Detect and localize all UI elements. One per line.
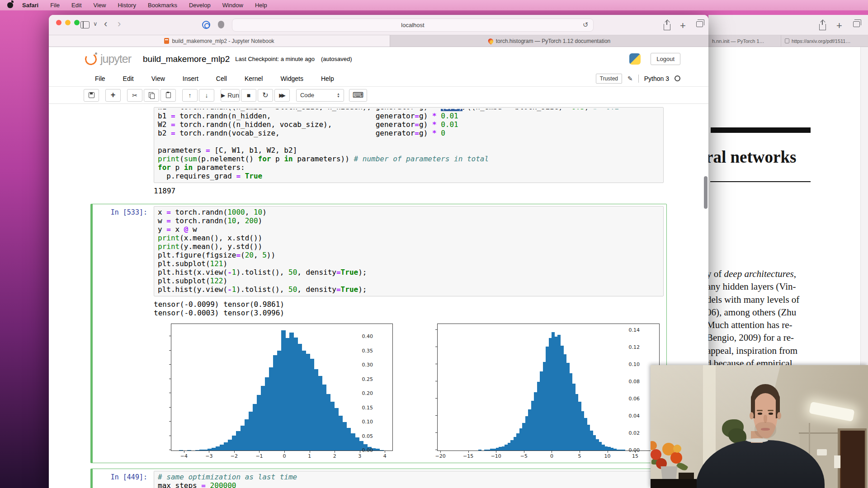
- histogram-bar: [285, 338, 289, 450]
- reload-icon[interactable]: ↻: [583, 21, 589, 29]
- tab-label: build_makemore_mlp2 - Jupyter Notebook: [172, 38, 274, 44]
- forward-button[interactable]: ›: [118, 19, 121, 28]
- histogram-bar: [224, 442, 228, 450]
- histogram-bar: [241, 426, 245, 450]
- histogram-bar: [265, 377, 269, 450]
- x-tick-label: −5: [520, 453, 528, 459]
- command-palette-button[interactable]: ⌨: [349, 89, 367, 102]
- apple-logo-icon[interactable]: [7, 2, 13, 8]
- flower: [673, 445, 681, 453]
- tab-pytorch-init[interactable]: h.nn.init — PyTorch 1…: [708, 35, 781, 47]
- jmenu-edit[interactable]: Edit: [123, 75, 134, 82]
- close-window-button[interactable]: [56, 20, 61, 25]
- y-tick-label: 0.04: [629, 413, 640, 419]
- histogram-bar: [375, 449, 379, 450]
- autosave-status: (autosaved): [321, 56, 352, 62]
- scrollbar-thumb[interactable]: [704, 176, 708, 209]
- histogram-bar: [330, 402, 335, 450]
- restart-run-all-button[interactable]: ▶▶: [274, 89, 290, 102]
- jupyter-logo-icon[interactable]: [84, 52, 98, 66]
- jmenu-help[interactable]: Help: [321, 75, 334, 82]
- run-button[interactable]: ▶Run: [221, 89, 240, 102]
- move-cell-up-button[interactable]: ↑: [182, 89, 198, 102]
- logout-button[interactable]: Logout: [651, 53, 680, 65]
- system-menu-bar: Safari File Edit View History Bookmarks …: [0, 0, 868, 10]
- menu-safari[interactable]: Safari: [22, 2, 38, 9]
- menu-history[interactable]: History: [118, 2, 136, 9]
- wall-fixture: [834, 455, 840, 468]
- histogram-bar: [297, 344, 302, 450]
- notebook-title[interactable]: build_makemore_mlp2: [143, 54, 230, 64]
- code-cell[interactable]: In [449]:# same optimization as last tim…: [90, 469, 667, 488]
- y-tick-label: 0.08: [629, 379, 640, 385]
- paper-body: y of deep architectures,any hidden layer…: [708, 267, 815, 370]
- histogram-bar: [216, 446, 220, 450]
- menu-edit[interactable]: Edit: [71, 2, 81, 9]
- menu-help[interactable]: Help: [255, 2, 267, 9]
- menu-file[interactable]: File: [50, 2, 60, 9]
- code-line: plt.figure(figsize=(20, 5)): [158, 251, 660, 259]
- x-tick-label: −15: [463, 453, 473, 459]
- kernel-status-icon: [675, 75, 680, 81]
- menu-view[interactable]: View: [94, 2, 106, 9]
- menu-bookmarks[interactable]: Bookmarks: [148, 2, 177, 9]
- histogram-bar: [212, 448, 216, 450]
- move-cell-down-button[interactable]: ↓: [199, 89, 214, 102]
- tab-arxiv-pdf[interactable]: https://arxiv.org/pdf/1511…: [781, 35, 868, 47]
- paper-text-line: any hidden layers (Vin-: [708, 280, 815, 293]
- cut-cell-button[interactable]: ✂: [127, 89, 142, 102]
- histogram-bar: [326, 394, 330, 450]
- menu-develop[interactable]: Develop: [189, 2, 211, 9]
- stop-icon: ■: [247, 92, 250, 99]
- x-tick-label: −10: [491, 453, 501, 459]
- webcam-overlay: [651, 365, 868, 488]
- tab-overview-icon[interactable]: [853, 21, 860, 27]
- new-tab-icon[interactable]: +: [680, 20, 686, 32]
- jmenu-cell[interactable]: Cell: [216, 75, 227, 82]
- sidebar-toggle-icon[interactable]: [80, 21, 90, 28]
- share-icon[interactable]: [664, 24, 670, 30]
- code-cell[interactable]: W1 = torch.randn((n_embd * block_size, n…: [90, 105, 667, 198]
- tab-pytorch-docs[interactable]: torch.histogram — PyTorch 1.12 documenta…: [390, 35, 708, 47]
- x-tick-label: 10: [604, 453, 611, 459]
- cell-input[interactable]: W1 = torch.randn((n_embd * block_size, n…: [154, 107, 664, 183]
- new-tab-icon[interactable]: +: [836, 20, 842, 32]
- zoom-window-button[interactable]: [74, 20, 80, 25]
- tab-jupyter-notebook[interactable]: build_makemore_mlp2 - Jupyter Notebook: [49, 35, 390, 47]
- jmenu-kernel[interactable]: Kernel: [245, 75, 263, 82]
- jmenu-insert[interactable]: Insert: [183, 75, 198, 82]
- stop-button[interactable]: ■: [241, 89, 256, 102]
- tab-overview-icon[interactable]: [696, 21, 703, 27]
- cell-type-select[interactable]: Code▲▼: [296, 89, 344, 102]
- jmenu-file[interactable]: File: [95, 75, 105, 82]
- jmenu-widgets[interactable]: Widgets: [280, 75, 303, 82]
- histogram-bar: [355, 437, 359, 450]
- arrow-down-icon: ↓: [205, 92, 208, 99]
- histogram-bar: [203, 450, 208, 450]
- password-manager-icon[interactable]: [202, 21, 210, 29]
- y-tick-label: 0.35: [362, 347, 373, 353]
- paper-text-line: 06), among others (Zhu: [708, 306, 815, 319]
- histogram-bar: [281, 330, 285, 450]
- chevron-down-icon[interactable]: ∨: [93, 20, 98, 27]
- copy-cell-button[interactable]: [144, 89, 159, 102]
- share-icon[interactable]: [819, 24, 826, 30]
- minimize-window-button[interactable]: [65, 20, 71, 25]
- address-bar[interactable]: localhost ↻: [232, 19, 594, 32]
- code-line: x = torch.randn(1000, 10): [158, 208, 660, 216]
- code-line: # same optimization as last time: [158, 473, 660, 481]
- code-cell[interactable]: In [533]:x = torch.randn(1000, 10)w = to…: [90, 204, 667, 463]
- cell-input[interactable]: # same optimization as last timemax_step…: [154, 471, 664, 488]
- histogram-bar: [220, 445, 224, 450]
- menu-window[interactable]: Window: [222, 2, 243, 9]
- paste-cell-button[interactable]: [160, 89, 176, 102]
- histogram-bar: [622, 450, 625, 450]
- restart-kernel-button[interactable]: ↻: [258, 89, 273, 102]
- page-icon: [785, 38, 789, 43]
- add-cell-button[interactable]: +: [105, 89, 121, 102]
- edit-pencil-icon[interactable]: ✎: [627, 75, 633, 82]
- jmenu-view[interactable]: View: [151, 75, 165, 82]
- back-button[interactable]: ‹: [104, 19, 107, 28]
- save-button[interactable]: [84, 89, 99, 102]
- cell-input[interactable]: x = torch.randn(1000, 10)w = torch.randn…: [154, 206, 664, 296]
